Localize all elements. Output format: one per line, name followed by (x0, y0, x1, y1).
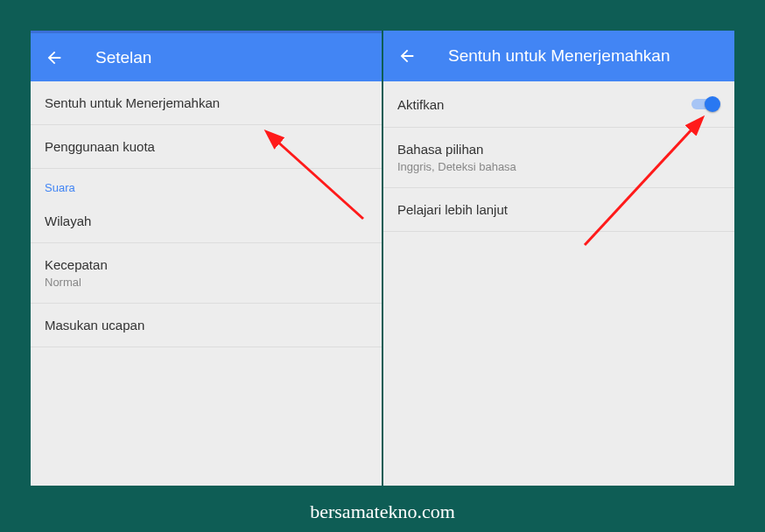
item-learn-more[interactable]: Pelajari lebih lanjut (383, 188, 734, 232)
enable-label: Aktifkan (397, 97, 689, 112)
back-button-left[interactable] (45, 40, 80, 75)
item-region[interactable]: Wilayah (31, 200, 382, 243)
item-label: Kecepatan (45, 257, 368, 272)
app-bar-right: Sentuh untuk Menerjemahkan (383, 31, 734, 81)
pref-lang-value: Inggris, Deteksi bahasa (397, 160, 720, 173)
item-label: Masukan ucapan (45, 318, 368, 332)
pref-lang-label: Bahasa pilihan (397, 142, 720, 157)
learn-more-label: Pelajari lebih lanjut (397, 202, 720, 217)
item-speed[interactable]: Kecepatan Normal (31, 243, 382, 304)
app-title-right: Sentuh untuk Menerjemahkan (448, 46, 670, 66)
back-button-right[interactable] (397, 38, 432, 74)
section-sound: Suara (31, 169, 382, 200)
item-data-usage[interactable]: Penggunaan kuota (31, 125, 382, 169)
switch-thumb (705, 96, 720, 112)
back-arrow-icon (397, 46, 417, 66)
app-bar-left: Setelan (31, 31, 382, 81)
item-label: Sentuh untuk Menerjemahkan (45, 95, 368, 110)
item-label: Penggunaan kuota (45, 139, 368, 154)
item-tap-to-translate[interactable]: Sentuh untuk Menerjemahkan (31, 81, 382, 125)
item-sub: Normal (45, 276, 368, 289)
back-arrow-icon (45, 48, 64, 67)
item-label: Wilayah (45, 214, 368, 228)
item-speech-input[interactable]: Masukan ucapan (31, 304, 382, 347)
app-title-left: Setelan (95, 48, 151, 67)
settings-panel-left: Setelan Sentuh untuk Menerjemahkan Pengg… (31, 31, 382, 486)
settings-panel-right: Sentuh untuk Menerjemahkan Aktifkan Baha… (383, 31, 734, 486)
item-preferred-language[interactable]: Bahasa pilihan Inggris, Deteksi bahasa (383, 128, 734, 188)
item-enable[interactable]: Aktifkan (383, 81, 734, 128)
watermark-text: bersamatekno.com (310, 500, 455, 523)
enable-toggle[interactable] (689, 95, 720, 113)
